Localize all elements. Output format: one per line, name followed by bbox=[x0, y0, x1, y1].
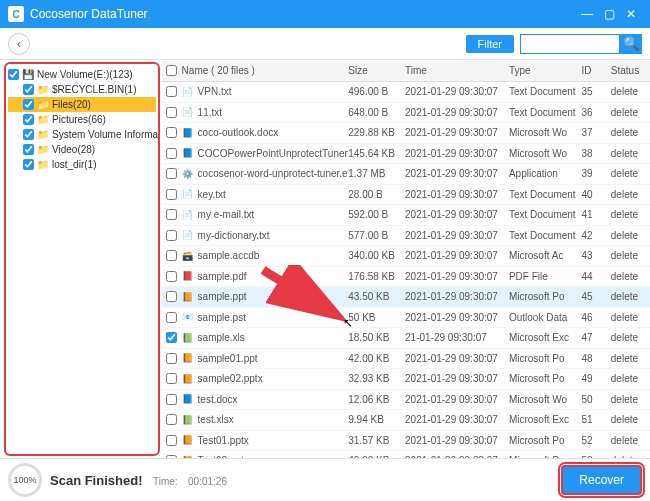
file-status: delete bbox=[611, 332, 650, 343]
file-status: delete bbox=[611, 291, 650, 302]
table-row[interactable]: 📘COCOPowerPointUnprotectTuner.docx 145.6… bbox=[162, 144, 650, 165]
table-row[interactable]: 📄my-dictionary.txt 577.00 B 2021-01-29 0… bbox=[162, 226, 650, 247]
table-row[interactable]: 📙Test02.ppt 42.00 KB 2021-01-29 09:30:07… bbox=[162, 451, 650, 458]
header-name[interactable]: Name ( 20 files ) bbox=[182, 65, 349, 76]
row-checkbox[interactable] bbox=[166, 332, 177, 343]
row-checkbox[interactable] bbox=[166, 291, 177, 302]
row-checkbox[interactable] bbox=[166, 373, 177, 384]
tree-item[interactable]: 📁 lost_dir(1) bbox=[8, 157, 156, 172]
back-button[interactable]: ‹ bbox=[8, 33, 30, 55]
row-checkbox[interactable] bbox=[166, 127, 177, 138]
file-status: delete bbox=[611, 455, 650, 458]
recover-button[interactable]: Recover bbox=[561, 465, 642, 495]
footer: 100% Scan Finished! Time: 00:01:26 Recov… bbox=[0, 458, 650, 501]
maximize-button[interactable]: ▢ bbox=[598, 7, 620, 21]
file-name: sample02.pptx bbox=[198, 373, 263, 384]
file-id: 40 bbox=[581, 189, 610, 200]
table-row[interactable]: 📕sample.pdf 176.58 KB 2021-01-29 09:30:0… bbox=[162, 267, 650, 288]
row-checkbox[interactable] bbox=[166, 148, 177, 159]
row-checkbox[interactable] bbox=[166, 414, 177, 425]
file-size: 176.58 KB bbox=[348, 271, 405, 282]
file-time: 2021-01-29 09:30:07 bbox=[405, 209, 509, 220]
table-row[interactable]: 📗test.xlsx 9.94 KB 2021-01-29 09:30:07 M… bbox=[162, 410, 650, 431]
tree-root[interactable]: 💾 New Volume(E:)(123) bbox=[8, 67, 156, 82]
row-checkbox[interactable] bbox=[166, 312, 177, 323]
row-checkbox[interactable] bbox=[166, 250, 177, 261]
file-time: 2021-01-29 09:30:07 bbox=[405, 435, 509, 446]
table-row[interactable]: 📧sample.pst 50 KB 2021-01-29 09:30:07 Ou… bbox=[162, 308, 650, 329]
table-row[interactable]: 📄my e-mail.txt 592.00 B 2021-01-29 09:30… bbox=[162, 205, 650, 226]
file-time: 2021-01-29 09:30:07 bbox=[405, 414, 509, 425]
search-input[interactable] bbox=[520, 34, 620, 54]
file-name: COCOPowerPointUnprotectTuner.docx bbox=[198, 148, 349, 159]
file-status: delete bbox=[611, 168, 650, 179]
header-status[interactable]: Status bbox=[611, 65, 650, 76]
file-type: Microsoft Exc bbox=[509, 414, 582, 425]
row-checkbox[interactable] bbox=[166, 230, 177, 241]
tree-item[interactable]: 📁 Video(28) bbox=[8, 142, 156, 157]
close-button[interactable]: ✕ bbox=[620, 7, 642, 21]
file-icon: 📘 bbox=[182, 147, 194, 159]
table-row[interactable]: 📘test.docx 12.06 KB 2021-01-29 09:30:07 … bbox=[162, 390, 650, 411]
tree-item-checkbox[interactable] bbox=[23, 84, 34, 95]
tree-item[interactable]: 📁 Files(20) bbox=[8, 97, 156, 112]
row-checkbox[interactable] bbox=[166, 435, 177, 446]
file-id: 37 bbox=[581, 127, 610, 138]
table-row[interactable]: 📄key.txt 28.00 B 2021-01-29 09:30:07 Tex… bbox=[162, 185, 650, 206]
row-checkbox[interactable] bbox=[166, 353, 177, 364]
file-type: Text Document bbox=[509, 230, 582, 241]
row-checkbox[interactable] bbox=[166, 455, 177, 458]
table-row[interactable]: 🗃️sample.accdb 340.00 KB 2021-01-29 09:3… bbox=[162, 246, 650, 267]
row-checkbox[interactable] bbox=[166, 271, 177, 282]
table-row[interactable]: 📘coco-outlook.docx 229.88 KB 2021-01-29 … bbox=[162, 123, 650, 144]
row-checkbox[interactable] bbox=[166, 209, 177, 220]
tree-item[interactable]: 📁 $RECYCLE.BIN(1) bbox=[8, 82, 156, 97]
tree-item-checkbox[interactable] bbox=[23, 114, 34, 125]
file-name: sample.ppt bbox=[198, 291, 247, 302]
tree-item-checkbox[interactable] bbox=[23, 144, 34, 155]
table-row[interactable]: 📙sample01.ppt 42.00 KB 2021-01-29 09:30:… bbox=[162, 349, 650, 370]
tree-item[interactable]: 📁 System Volume Information(1) bbox=[8, 127, 156, 142]
file-icon: 📙 bbox=[182, 434, 194, 446]
tree-item[interactable]: 📁 Pictures(66) bbox=[8, 112, 156, 127]
tree-item-checkbox[interactable] bbox=[23, 99, 34, 110]
search-button[interactable]: 🔍 bbox=[620, 34, 642, 54]
table-row[interactable]: 📄VPN.txt 496.00 B 2021-01-29 09:30:07 Te… bbox=[162, 82, 650, 103]
file-name: Test01.pptx bbox=[198, 435, 249, 446]
table-row[interactable]: 📄11.txt 648.00 B 2021-01-29 09:30:07 Tex… bbox=[162, 103, 650, 124]
file-icon: 📙 bbox=[182, 455, 194, 458]
filter-button[interactable]: Filter bbox=[466, 35, 514, 53]
header-size[interactable]: Size bbox=[348, 65, 405, 76]
file-id: 52 bbox=[581, 435, 610, 446]
file-type: Text Document bbox=[509, 189, 582, 200]
row-checkbox[interactable] bbox=[166, 107, 177, 118]
tree-item-checkbox[interactable] bbox=[23, 129, 34, 140]
file-time: 2021-01-29 09:30:07 bbox=[405, 168, 509, 179]
file-size: 50 KB bbox=[348, 312, 405, 323]
file-name: my e-mail.txt bbox=[198, 209, 255, 220]
table-row[interactable]: 📗sample.xls 18.50 KB 21-01-29 09:30:07 M… bbox=[162, 328, 650, 349]
header-id[interactable]: ID bbox=[581, 65, 610, 76]
file-size: 12.06 KB bbox=[348, 394, 405, 405]
minimize-button[interactable]: — bbox=[576, 7, 598, 21]
table-row[interactable]: 📙sample.ppt 43.50 KB 2021-01-29 09:30:07… bbox=[162, 287, 650, 308]
tree-root-checkbox[interactable] bbox=[8, 69, 19, 80]
select-all-checkbox[interactable] bbox=[166, 65, 177, 76]
file-icon: 📧 bbox=[182, 311, 194, 323]
header-time[interactable]: Time bbox=[405, 65, 509, 76]
table-row[interactable]: 📙sample02.pptx 32.93 KB 2021-01-29 09:30… bbox=[162, 369, 650, 390]
header-type[interactable]: Type bbox=[509, 65, 582, 76]
row-checkbox[interactable] bbox=[166, 86, 177, 97]
file-time: 2021-01-29 09:30:07 bbox=[405, 353, 509, 364]
file-status: delete bbox=[611, 250, 650, 261]
row-checkbox[interactable] bbox=[166, 168, 177, 179]
file-time: 2021-01-29 09:30:07 bbox=[405, 107, 509, 118]
table-row[interactable]: ⚙️cocosenor-word-unprotect-tuner.exe 1.3… bbox=[162, 164, 650, 185]
file-type: Text Document bbox=[509, 86, 582, 97]
tree-item-label: Files(20) bbox=[52, 99, 91, 110]
table-row[interactable]: 📙Test01.pptx 31.57 KB 2021-01-29 09:30:0… bbox=[162, 431, 650, 452]
row-checkbox[interactable] bbox=[166, 394, 177, 405]
file-id: 50 bbox=[581, 394, 610, 405]
tree-item-checkbox[interactable] bbox=[23, 159, 34, 170]
row-checkbox[interactable] bbox=[166, 189, 177, 200]
